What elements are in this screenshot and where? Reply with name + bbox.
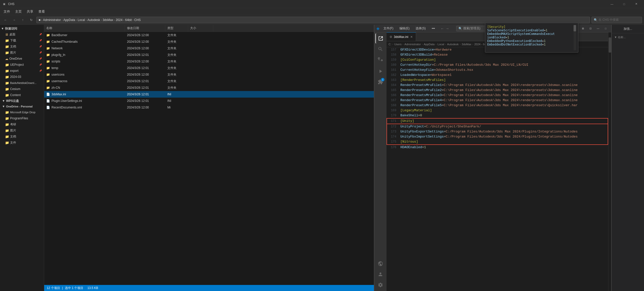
sidebar-item-content[interactable]: 📁 Content	[0, 92, 44, 98]
popup-scrollbar-thumb[interactable]	[574, 25, 576, 31]
table-row[interactable]: 📄Plugin.UserSettings.ini 2024/3/26 12:01…	[44, 98, 374, 104]
menu-share[interactable]: 共享	[24, 8, 36, 15]
table-row[interactable]: 📄3dsMax.ini 2024/3/26 12:01 INI	[44, 91, 374, 98]
menu-home[interactable]: 主页	[13, 8, 24, 15]
sidebar-item-export[interactable]: 📁 export 📌	[0, 68, 44, 74]
account-btn[interactable]	[375, 269, 385, 279]
table-row[interactable]: 📁usericons 2024/3/26 12:00 文件夹	[44, 71, 374, 78]
sidebar-item-documents[interactable]: 📁 文档 📌	[0, 43, 44, 50]
vscode-menu-edit[interactable]: 编辑(E)	[397, 25, 411, 32]
vscode-icon: ◈	[376, 26, 379, 31]
minimize-btn[interactable]: —	[595, 25, 602, 32]
sidebar-section-wps[interactable]: ▼ WPS云盘	[0, 98, 44, 104]
file-list-header: 名称 修改日期 类型 大小	[44, 25, 374, 32]
col-date-header[interactable]: 修改日期	[125, 25, 165, 32]
sidebar-item-kaoyuan[interactable]: 📁 考研	[0, 121, 44, 127]
table-row[interactable]: 📄RecentDocuments.xml 2024/3/26 12:00 Mi	[44, 104, 374, 111]
code-line-172: 172 UnityProject=C:/UnityProject/SheShan…	[387, 124, 608, 129]
table-row[interactable]: 📁Network 2024/3/26 12:00 文件夹	[44, 45, 374, 52]
vscode-menu-select[interactable]: 选择(S)	[414, 25, 428, 32]
far-right-label: ▼ 名称...	[612, 33, 644, 41]
sidebar-item-pictures[interactable]: 📁 图片 📌	[0, 50, 44, 56]
layout3-btn[interactable]: ⊡	[587, 25, 594, 32]
minimize-button[interactable]: —	[606, 0, 618, 8]
refresh-button[interactable]: ↻	[28, 16, 35, 24]
menu-file[interactable]: 文件	[1, 8, 13, 15]
sidebar-item-baidu[interactable]: 📁 BaiduNetdiskDownl...	[0, 80, 44, 86]
sidebar-item-wenjian[interactable]: 📁 文件	[0, 140, 44, 146]
window-title: CHS	[8, 2, 606, 6]
maximize-btn[interactable]: □	[602, 25, 609, 32]
sidebar-item-2024-03[interactable]: 📁 2024-03	[0, 74, 44, 80]
col-size-header[interactable]: 大小	[188, 25, 213, 32]
code-line-165: 165 RenderPresetsMruFile2=C:\Program Fil…	[387, 88, 608, 93]
popup-scrollbar[interactable]	[574, 25, 576, 50]
run-btn[interactable]	[375, 66, 385, 76]
folder-icon: 📁	[5, 129, 9, 132]
table-row[interactable]: 📁BackBurner 2024/3/26 12:00 文件夹	[44, 32, 374, 38]
editor-content[interactable]: 157 GFXDirect3DDevice=Hardware 158 GFXDi…	[387, 47, 608, 291]
menu-view[interactable]: 查看	[36, 8, 47, 15]
table-row[interactable]: 📁CachedThumbnails 2024/3/26 12:00 文件夹	[44, 38, 374, 45]
popup-line-5: EmbeddedPythonExecutionBlocked=1	[487, 39, 571, 43]
sidebar-item-edge[interactable]: 📁 Microsoft Edge Drop	[0, 109, 44, 115]
vscode-menu-file[interactable]: 文件(F)	[381, 25, 395, 32]
up-button[interactable]: ↑	[19, 16, 26, 24]
nav-forward-icon[interactable]: →	[446, 27, 449, 31]
search-box[interactable]: 🔍 在 CHS 中搜索	[591, 17, 642, 23]
pin-icon: 📌	[39, 39, 42, 42]
popup-line-3: EmbeddedMAXScriptSystemCommandsExecut	[487, 32, 571, 36]
scrollbar-thumb[interactable]	[609, 37, 611, 53]
sidebar-item-downloads[interactable]: 📁 下载 📌	[0, 37, 44, 43]
title-bar-icons: ▣	[2, 2, 6, 6]
sidebar-item-programfiles[interactable]: 📁 ProgramFiles	[0, 115, 44, 121]
table-row[interactable]: 📁plugcfg_ln 2024/3/26 12:01 文件夹	[44, 52, 374, 58]
nav-back-icon[interactable]: ←	[441, 27, 444, 31]
sidebar-item-cesium[interactable]: 📁 Cesium	[0, 86, 44, 92]
xml-file-icon: 📄	[46, 106, 50, 109]
extensions-btn[interactable]: 1	[375, 77, 385, 87]
forward-button[interactable]: →	[11, 16, 18, 24]
tab-label: 3dsMax.ini	[394, 35, 408, 39]
folder-icon: 📁	[46, 73, 50, 76]
explorer-btn[interactable]	[375, 33, 385, 43]
sidebar-item-wendang[interactable]: 📁 文档	[0, 133, 44, 140]
col-name-header[interactable]: 名称	[44, 25, 125, 32]
close-button[interactable]: ✕	[630, 0, 642, 8]
folder-icon: 📁	[5, 110, 9, 114]
folder-icon: 📁	[5, 117, 9, 120]
tab-3dsmax-ini[interactable]: ⚙ 3dsMax.ini ✕	[387, 32, 416, 41]
sidebar-item-ueproject[interactable]: 📁 UEProject 📌	[0, 62, 44, 68]
remote-btn[interactable]	[375, 259, 385, 269]
add-strong-btn[interactable]: 加强...	[612, 25, 644, 33]
ini-file-icon: 📄	[46, 99, 50, 103]
settings-btn[interactable]	[375, 280, 385, 290]
folder-icon: 📁	[5, 45, 9, 49]
table-row[interactable]: 📁temp 2024/3/26 12:01 文件夹	[44, 65, 374, 71]
address-path[interactable]: ■ › Administrator › AppData › Local › Au…	[36, 17, 590, 23]
folder-icon: ☁	[5, 57, 8, 61]
vscode-menu-more[interactable]: •••	[430, 26, 437, 31]
code-line-159: 159 [CuiConfiguration]	[387, 57, 608, 62]
sidebar-item-desktop[interactable]: 🖥 桌面 📌	[0, 31, 44, 37]
maximize-button[interactable]: □	[618, 0, 630, 8]
sidebar-item-tupian[interactable]: 📁 图片	[0, 127, 44, 133]
source-control-btn[interactable]	[375, 55, 385, 65]
table-row[interactable]: 📁usermacros 2024/3/26 12:01 文件夹	[44, 78, 374, 84]
sidebar-section-onedrive-personal[interactable]: ▼ OneDrive - Personal	[0, 104, 44, 109]
sidebar-section-quickaccess[interactable]: ▼ 快速访问	[0, 26, 44, 31]
tab-close-button[interactable]: ✕	[410, 35, 413, 39]
table-row[interactable]: 📁zh-CN 2024/3/26 12:01 文件夹	[44, 84, 374, 91]
sidebar: ▼ 快速访问 🖥 桌面 📌 📁 下载 📌 📁 文档 📌	[0, 25, 44, 291]
editor-scrollbar[interactable]	[608, 32, 611, 291]
sidebar-item-onedrive[interactable]: ☁ OneDrive 📌	[0, 56, 44, 62]
layout2-btn[interactable]: ⊠	[579, 25, 586, 32]
search-icon: 🔍	[594, 18, 598, 22]
back-button[interactable]: ←	[2, 16, 9, 24]
table-row[interactable]: 📁scripts 2024/3/26 12:00 文件夹	[44, 58, 374, 65]
file-area: 名称 修改日期 类型 大小 📁BackBurner 2024/3/26 12:0…	[44, 25, 374, 291]
col-type-header[interactable]: 类型	[165, 25, 188, 32]
search-btn[interactable]	[375, 44, 385, 54]
popup-line-2: SafeSceneScriptExecutionEnabled=1	[487, 29, 571, 32]
folder-icon: 📁	[5, 135, 9, 139]
